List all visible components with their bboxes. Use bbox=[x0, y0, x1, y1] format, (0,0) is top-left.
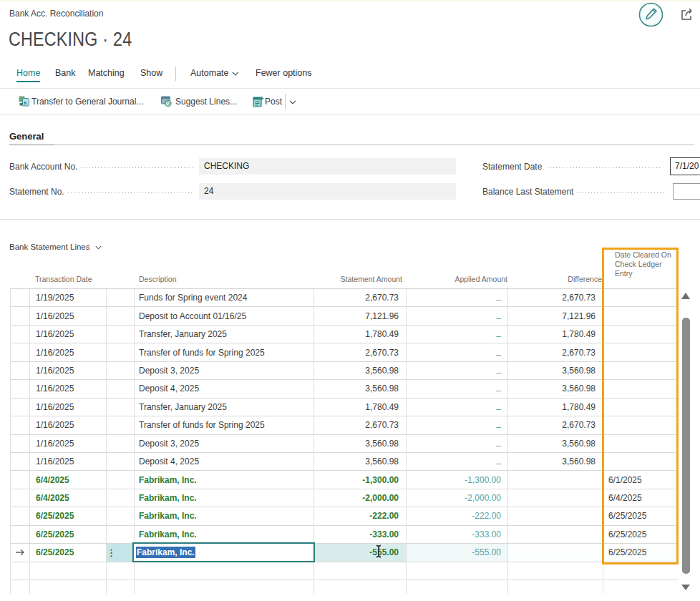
svg-text:a: a bbox=[24, 100, 26, 105]
